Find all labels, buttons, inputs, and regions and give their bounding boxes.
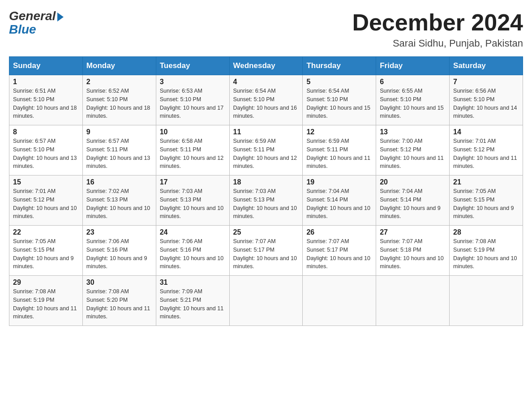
day-number: 16 (86, 178, 152, 186)
calendar-cell: 14Sunrise: 7:01 AMSunset: 5:12 PMDayligh… (450, 125, 523, 176)
day-info: Sunrise: 7:08 AMSunset: 5:20 PMDaylight:… (86, 287, 152, 321)
logo: General Blue (9, 9, 64, 37)
day-info: Sunrise: 7:07 AMSunset: 5:17 PMDaylight:… (306, 237, 372, 271)
day-info: Sunrise: 6:55 AMSunset: 5:10 PMDaylight:… (380, 87, 446, 120)
day-number: 26 (306, 228, 372, 236)
day-info: Sunrise: 6:58 AMSunset: 5:11 PMDaylight:… (160, 137, 226, 171)
col-tuesday: Tuesday (156, 57, 229, 75)
day-info: Sunrise: 7:02 AMSunset: 5:13 PMDaylight:… (86, 187, 152, 221)
day-number: 18 (233, 178, 299, 186)
calendar-cell: 3Sunrise: 6:53 AMSunset: 5:10 PMDaylight… (156, 75, 229, 125)
calendar-cell (229, 276, 303, 326)
col-friday: Friday (376, 57, 450, 75)
calendar-cell: 1Sunrise: 6:51 AMSunset: 5:10 PMDaylight… (9, 75, 83, 125)
col-saturday: Saturday (450, 57, 523, 75)
day-number: 5 (306, 78, 372, 86)
week-row-1: 1Sunrise: 6:51 AMSunset: 5:10 PMDaylight… (9, 75, 523, 125)
day-number: 3 (160, 78, 226, 86)
calendar-cell: 17Sunrise: 7:03 AMSunset: 5:13 PMDayligh… (156, 176, 229, 226)
calendar-cell: 12Sunrise: 6:59 AMSunset: 5:11 PMDayligh… (303, 125, 376, 176)
day-number: 31 (160, 278, 226, 287)
day-info: Sunrise: 7:06 AMSunset: 5:16 PMDaylight:… (160, 237, 226, 271)
calendar-header-row: Sunday Monday Tuesday Wednesday Thursday… (9, 57, 523, 75)
week-row-5: 29Sunrise: 7:08 AMSunset: 5:19 PMDayligh… (9, 276, 523, 326)
calendar-cell: 15Sunrise: 7:01 AMSunset: 5:12 PMDayligh… (9, 176, 83, 226)
calendar-cell: 28Sunrise: 7:08 AMSunset: 5:19 PMDayligh… (450, 226, 523, 276)
calendar-cell: 24Sunrise: 7:06 AMSunset: 5:16 PMDayligh… (156, 226, 229, 276)
calendar-cell: 18Sunrise: 7:03 AMSunset: 5:13 PMDayligh… (229, 176, 303, 226)
calendar-cell: 5Sunrise: 6:54 AMSunset: 5:10 PMDaylight… (303, 75, 376, 125)
day-number: 10 (160, 128, 226, 136)
day-info: Sunrise: 7:07 AMSunset: 5:18 PMDaylight:… (380, 237, 446, 271)
logo-arrow-icon (57, 13, 64, 21)
day-info: Sunrise: 6:59 AMSunset: 5:11 PMDaylight:… (306, 137, 372, 171)
calendar-cell: 19Sunrise: 7:04 AMSunset: 5:14 PMDayligh… (303, 176, 376, 226)
day-number: 15 (13, 178, 79, 186)
calendar-cell: 27Sunrise: 7:07 AMSunset: 5:18 PMDayligh… (376, 226, 450, 276)
calendar-table: Sunday Monday Tuesday Wednesday Thursday… (9, 56, 523, 326)
day-info: Sunrise: 6:56 AMSunset: 5:10 PMDaylight:… (453, 87, 519, 120)
day-number: 9 (86, 128, 152, 136)
day-number: 25 (233, 228, 299, 236)
day-number: 11 (233, 128, 299, 136)
location-title: Sarai Sidhu, Punjab, Pakistan (352, 38, 523, 49)
day-number: 28 (453, 228, 519, 236)
day-info: Sunrise: 7:04 AMSunset: 5:14 PMDaylight:… (306, 187, 372, 221)
day-info: Sunrise: 7:07 AMSunset: 5:17 PMDaylight:… (233, 237, 299, 271)
week-row-2: 8Sunrise: 6:57 AMSunset: 5:10 PMDaylight… (9, 125, 523, 176)
calendar-cell: 20Sunrise: 7:04 AMSunset: 5:14 PMDayligh… (376, 176, 450, 226)
calendar-cell: 22Sunrise: 7:05 AMSunset: 5:15 PMDayligh… (9, 226, 83, 276)
calendar-cell: 26Sunrise: 7:07 AMSunset: 5:17 PMDayligh… (303, 226, 376, 276)
day-info: Sunrise: 7:05 AMSunset: 5:15 PMDaylight:… (453, 187, 519, 221)
page-header: General Blue December 2024 Sarai Sidhu, … (9, 9, 523, 49)
logo-blue-text: Blue (9, 22, 36, 37)
day-info: Sunrise: 6:54 AMSunset: 5:10 PMDaylight:… (306, 87, 372, 120)
day-number: 27 (380, 228, 446, 236)
calendar-cell (376, 276, 450, 326)
calendar-cell: 29Sunrise: 7:08 AMSunset: 5:19 PMDayligh… (9, 276, 83, 326)
calendar-cell (303, 276, 376, 326)
calendar-cell: 2Sunrise: 6:52 AMSunset: 5:10 PMDaylight… (82, 75, 156, 125)
calendar-cell (450, 276, 523, 326)
day-number: 24 (160, 228, 226, 236)
calendar-cell: 31Sunrise: 7:09 AMSunset: 5:21 PMDayligh… (156, 276, 229, 326)
logo-general-text: General (9, 9, 56, 23)
month-title: December 2024 (352, 9, 523, 36)
col-sunday: Sunday (9, 57, 83, 75)
day-info: Sunrise: 6:57 AMSunset: 5:10 PMDaylight:… (13, 137, 79, 171)
day-number: 1 (13, 78, 79, 86)
day-number: 12 (306, 128, 372, 136)
day-number: 21 (453, 178, 519, 186)
calendar-cell: 11Sunrise: 6:59 AMSunset: 5:11 PMDayligh… (229, 125, 303, 176)
calendar-cell: 9Sunrise: 6:57 AMSunset: 5:11 PMDaylight… (82, 125, 156, 176)
day-info: Sunrise: 6:52 AMSunset: 5:10 PMDaylight:… (86, 87, 152, 120)
day-info: Sunrise: 6:51 AMSunset: 5:10 PMDaylight:… (13, 87, 79, 120)
calendar-body: 1Sunrise: 6:51 AMSunset: 5:10 PMDaylight… (9, 75, 523, 326)
day-info: Sunrise: 7:04 AMSunset: 5:14 PMDaylight:… (380, 187, 446, 221)
day-info: Sunrise: 7:03 AMSunset: 5:13 PMDaylight:… (233, 187, 299, 221)
calendar-cell: 10Sunrise: 6:58 AMSunset: 5:11 PMDayligh… (156, 125, 229, 176)
col-thursday: Thursday (303, 57, 376, 75)
calendar-cell: 30Sunrise: 7:08 AMSunset: 5:20 PMDayligh… (82, 276, 156, 326)
day-info: Sunrise: 7:09 AMSunset: 5:21 PMDaylight:… (160, 287, 226, 321)
calendar-cell: 21Sunrise: 7:05 AMSunset: 5:15 PMDayligh… (450, 176, 523, 226)
col-monday: Monday (82, 57, 156, 75)
day-info: Sunrise: 6:53 AMSunset: 5:10 PMDaylight:… (160, 87, 226, 120)
day-info: Sunrise: 6:57 AMSunset: 5:11 PMDaylight:… (86, 137, 152, 171)
day-number: 30 (86, 278, 152, 287)
day-info: Sunrise: 6:59 AMSunset: 5:11 PMDaylight:… (233, 137, 299, 171)
calendar-cell: 7Sunrise: 6:56 AMSunset: 5:10 PMDaylight… (450, 75, 523, 125)
calendar-cell: 4Sunrise: 6:54 AMSunset: 5:10 PMDaylight… (229, 75, 303, 125)
day-number: 8 (13, 128, 79, 136)
day-number: 4 (233, 78, 299, 86)
day-number: 13 (380, 128, 446, 136)
day-info: Sunrise: 6:54 AMSunset: 5:10 PMDaylight:… (233, 87, 299, 120)
title-block: December 2024 Sarai Sidhu, Punjab, Pakis… (352, 9, 523, 49)
calendar-cell: 16Sunrise: 7:02 AMSunset: 5:13 PMDayligh… (82, 176, 156, 226)
day-info: Sunrise: 7:00 AMSunset: 5:12 PMDaylight:… (380, 137, 446, 171)
day-number: 17 (160, 178, 226, 186)
day-number: 20 (380, 178, 446, 186)
day-number: 2 (86, 78, 152, 86)
day-info: Sunrise: 7:01 AMSunset: 5:12 PMDaylight:… (13, 187, 79, 221)
day-info: Sunrise: 7:05 AMSunset: 5:15 PMDaylight:… (13, 237, 79, 271)
